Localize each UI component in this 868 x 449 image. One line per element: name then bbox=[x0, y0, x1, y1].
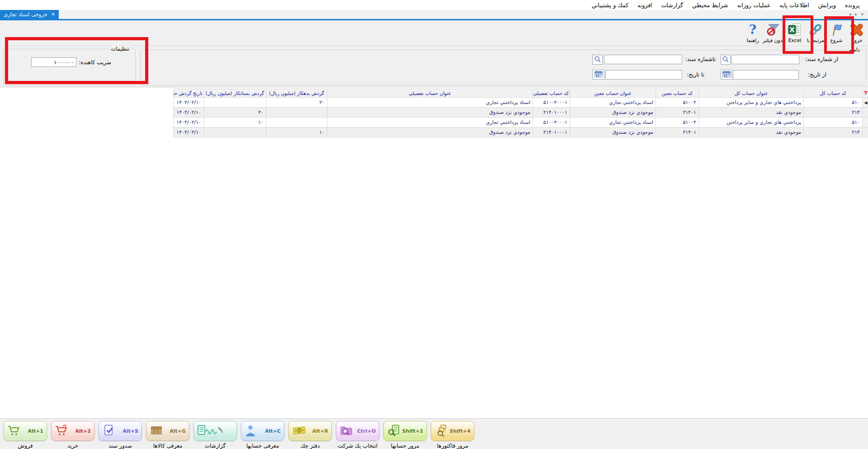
cell-debit[interactable] bbox=[266, 108, 327, 118]
define-goods-button[interactable]: Alt+G معرفی کالاها bbox=[146, 421, 189, 449]
menu-item-file[interactable]: پرونده bbox=[840, 1, 864, 9]
cell-moein-title[interactable]: موجودي نزد صندوق bbox=[570, 108, 656, 118]
cell-moein-title[interactable]: اسناد پرداختني تجاري bbox=[570, 118, 656, 128]
cell-moein-code[interactable]: ۵۱۰۰۲ bbox=[656, 118, 699, 128]
to-date-input[interactable] bbox=[605, 70, 682, 80]
header-moein-code[interactable]: کد حساب معین bbox=[656, 89, 699, 98]
header-kol-code[interactable]: کد حساب کل bbox=[804, 89, 863, 98]
start-button[interactable]: شروع bbox=[826, 22, 847, 43]
excel-export-button[interactable]: Excel bbox=[784, 22, 805, 43]
from-doc-input[interactable] bbox=[731, 55, 799, 64]
menu-item-daily-operations[interactable]: عملیات روزانه bbox=[732, 1, 775, 9]
nav-down-icon[interactable]: ▾ bbox=[861, 11, 863, 17]
menu-item-help-support[interactable]: کمك و پشتیباني bbox=[587, 1, 633, 9]
cell-moein-code[interactable]: ۲۱۴۰۱ bbox=[656, 128, 699, 137]
table-row[interactable]: ۲۱۴ موجودي نقد ۲۱۴۰۱ موجودي نزد صندوق ۲۱… bbox=[174, 128, 868, 137]
header-credit[interactable]: گردش بستانکار (میلیون ریال) bbox=[204, 89, 266, 98]
help-button[interactable]: ? راهنما bbox=[742, 22, 763, 43]
header-date[interactable]: تاریخ گردش حساب bbox=[174, 89, 204, 98]
cell-credit[interactable]: ۲۰ bbox=[204, 108, 266, 118]
purchase-button[interactable]: Alt+2 خرید bbox=[51, 421, 94, 449]
sale-button[interactable]: Alt+1 فروش bbox=[4, 421, 47, 449]
cell-moein-code[interactable]: ۲۱۴۰۱ bbox=[656, 108, 699, 118]
cell-kol-code[interactable]: ۲۱۴ bbox=[804, 108, 863, 118]
menu-item-addons[interactable]: افزونه bbox=[633, 1, 657, 9]
define-accounts-tile[interactable]: Alt+C bbox=[241, 421, 284, 441]
filter-indicator-icon[interactable] bbox=[863, 89, 868, 98]
settings-groupbox: تنظیمات ضریب کاهنده: bbox=[4, 49, 136, 85]
header-moein-title[interactable]: عنوان حساب معین bbox=[570, 89, 656, 98]
cell-credit[interactable] bbox=[204, 128, 266, 137]
cell-tafsili-title[interactable]: موجودي نزد صندوق bbox=[327, 108, 533, 118]
cell-kol-title[interactable]: موجودي نقد bbox=[699, 108, 804, 118]
reducer-factor-input[interactable] bbox=[31, 57, 76, 67]
cell-tafsili-title[interactable]: موجودي نزد صندوق bbox=[327, 128, 533, 137]
purchase-tile[interactable]: Alt+2 bbox=[51, 421, 94, 441]
review-invoices-tile[interactable]: Shift+4 bbox=[431, 421, 474, 441]
related-to-button[interactable]: مرتبط با bbox=[805, 22, 826, 43]
sale-tile[interactable]: Alt+1 bbox=[4, 421, 47, 441]
from-date-calendar-button[interactable] bbox=[721, 70, 732, 80]
define-goods-tile[interactable]: Alt+G bbox=[146, 421, 189, 441]
table-row[interactable]: ۵۱۰ پرداختني هاي تجاري و سایر پرداختن ۵۱… bbox=[174, 118, 868, 128]
cell-moein-code[interactable]: ۵۱۰۰۲ bbox=[656, 98, 699, 108]
menu-item-environment[interactable]: شرایط محیطي bbox=[688, 1, 732, 9]
cell-debit[interactable]: ۲۰ bbox=[266, 98, 327, 108]
cell-kol-title[interactable]: پرداختني هاي تجاري و سایر پرداختن bbox=[699, 118, 804, 128]
checkbook-tile[interactable]: Alt+R bbox=[288, 421, 332, 441]
select-company-button[interactable]: Ctrl+O انتخاب یك شرکت bbox=[336, 421, 379, 449]
menu-item-base-info[interactable]: اطلاعات پایه bbox=[775, 1, 813, 9]
to-doc-search-button[interactable] bbox=[592, 55, 603, 65]
table-row[interactable]: ◀ ۵۱۰ پرداختني هاي تجاري و سایر پرداختن … bbox=[174, 98, 868, 108]
no-filter-button[interactable]: بدون فیلتر bbox=[763, 22, 784, 43]
cell-date[interactable]: ۱۴۰۴/۰۲/۱۰ bbox=[174, 118, 204, 128]
cell-kol-title[interactable]: پرداختني هاي تجاري و سایر پرداختن bbox=[699, 98, 804, 108]
menu-item-reports[interactable]: گزارشات bbox=[657, 1, 688, 9]
cell-tafsili-code[interactable]: ۵۱۰۰۲۰۰۰۱ bbox=[533, 118, 570, 128]
cell-kol-code[interactable]: ۲۱۴ bbox=[804, 128, 863, 137]
menu-item-edit[interactable]: ویرایش bbox=[814, 1, 840, 9]
table-row[interactable]: ۲۱۴ موجودي نقد ۲۱۴۰۱ موجودي نزد صندوق ۲۱… bbox=[174, 108, 868, 118]
cell-kol-code[interactable]: ۵۱۰ bbox=[804, 98, 863, 108]
cell-tafsili-title[interactable]: اسناد پرداختني تجاري bbox=[327, 118, 533, 128]
cell-credit[interactable] bbox=[204, 98, 266, 108]
cell-debit[interactable]: ۱۰ bbox=[266, 128, 327, 137]
review-accounts-button[interactable]: Shift+2 مرور حسابها bbox=[383, 421, 427, 449]
cell-date[interactable]: ۱۴۰۴/۰۲/۱۰ bbox=[174, 108, 204, 118]
close-icon[interactable]: ✕ bbox=[52, 12, 55, 17]
reducer-factor-label: ضریب کاهنده: bbox=[79, 59, 111, 66]
reports-tile[interactable] bbox=[193, 421, 237, 441]
review-accounts-tile[interactable]: Shift+2 bbox=[383, 421, 427, 441]
cell-tafsili-code[interactable]: ۲۱۴۰۱۰۰۰۱ bbox=[533, 128, 570, 137]
to-date-calendar-button[interactable] bbox=[592, 70, 604, 80]
cell-tafsili-code[interactable]: ۵۱۰۰۲۰۰۰۱ bbox=[533, 98, 570, 108]
from-date-input[interactable] bbox=[733, 70, 799, 80]
from-doc-search-button[interactable] bbox=[721, 55, 731, 65]
cell-moein-title[interactable]: موجودي نزد صندوق bbox=[570, 128, 656, 137]
cell-date[interactable]: ۱۴۰۴/۰۲/۱۰ bbox=[174, 98, 204, 108]
exit-button[interactable]: خروج bbox=[846, 22, 867, 43]
cell-date[interactable]: ۱۴۰۴/۰۲/۱۰ bbox=[174, 128, 204, 137]
select-company-tile[interactable]: Ctrl+O bbox=[336, 421, 379, 441]
cell-kol-title[interactable]: موجودي نقد bbox=[699, 128, 804, 137]
header-tafsili-code[interactable]: کد حساب تفصیلي bbox=[533, 89, 570, 98]
review-invoices-button[interactable]: Shift+4 مرور فاکتورها bbox=[431, 421, 474, 449]
tab-commercial-docs-export[interactable]: خروجی اسناد تجاری ✕ bbox=[0, 10, 59, 19]
cell-tafsili-code[interactable]: ۲۱۴۰۱۰۰۰۱ bbox=[533, 108, 570, 118]
cell-credit[interactable]: ۱۰ bbox=[204, 118, 266, 128]
cell-debit[interactable] bbox=[266, 118, 327, 128]
issue-voucher-tile[interactable]: Alt+S bbox=[99, 421, 142, 441]
nav-right-icon[interactable]: ▸ bbox=[855, 11, 858, 17]
header-tafsili-title[interactable]: عنوان حساب تفصیلي bbox=[327, 89, 533, 98]
issue-voucher-button[interactable]: Alt+S صدور سند bbox=[99, 421, 142, 449]
nav-left-icon[interactable]: ◂ bbox=[849, 11, 851, 17]
cell-tafsili-title[interactable]: اسناد پرداختني تجاري bbox=[327, 98, 533, 108]
header-debit[interactable]: گردش بدهکار (میلیون ریال) bbox=[266, 89, 327, 98]
to-doc-input[interactable] bbox=[604, 55, 682, 64]
checkbook-button[interactable]: Alt+R دفتر چك bbox=[288, 421, 332, 449]
cell-kol-code[interactable]: ۵۱۰ bbox=[804, 118, 863, 128]
reports-button[interactable]: گزارشات bbox=[193, 421, 237, 449]
cell-moein-title[interactable]: اسناد پرداختني تجاري bbox=[570, 98, 656, 108]
define-accounts-button[interactable]: Alt+C معرفی حسابها bbox=[241, 421, 284, 449]
header-kol-title[interactable]: عنوان حساب کل bbox=[699, 89, 804, 98]
